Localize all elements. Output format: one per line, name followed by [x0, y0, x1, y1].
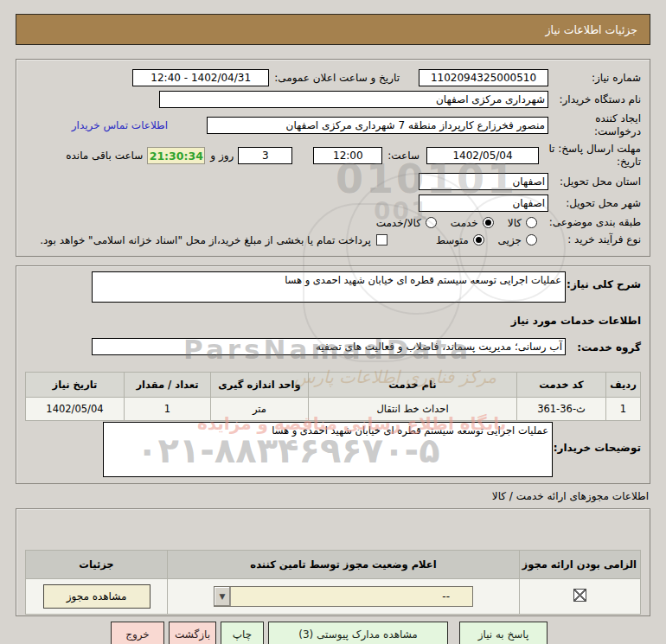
col-need-date: تاریخ نیاز: [26, 373, 125, 398]
service-group-input[interactable]: آب رسانی؛ مدیریت پسماند، فاضلاب و فعالیت…: [92, 338, 566, 355]
category-option-service-label: خدمت: [451, 217, 478, 229]
service-table-row: 1 ث-36-361 احداث خط انتقال متر 1 1402/05…: [26, 398, 641, 421]
need-description-textarea[interactable]: عملیات اجرایی توسعه سیستم قطره ای خیابان…: [92, 271, 566, 303]
radio-icon[interactable]: [526, 234, 537, 245]
exit-button[interactable]: خروج: [111, 622, 164, 644]
col-service-name: نام خدمت: [309, 373, 517, 398]
footer-button-bar: پاسخ به نیاز مشاهده مدارک پیوستی (3) چاپ…: [111, 622, 548, 644]
category-option-goods-service[interactable]: کالا/خدمت: [376, 217, 437, 229]
delivery-province-input[interactable]: اصفهان: [419, 173, 548, 190]
category-option-service[interactable]: خدمت: [451, 217, 494, 229]
delivery-province-label: استان محل تحویل:: [548, 175, 641, 188]
col-service-code: کد خدمت: [517, 373, 606, 398]
delivery-city-row: شهر محل تحویل: اصفهان: [25, 194, 641, 212]
request-creator-input[interactable]: منصور فخرزارع کارپرداز منطقه 7 شهرداری م…: [207, 117, 548, 134]
services-panel: شرح کلی نیاز: عملیات اجرایی توسعه سیستم …: [16, 265, 650, 484]
need-details-page: { "colors": { "page_bg": "#d7d4cf", "tit…: [0, 0, 666, 644]
permits-header-row: الزامی بودن ارائه مجوز اعلام وضعیت مجوز …: [26, 551, 641, 579]
col-unit: واحد اندازه گیری: [211, 373, 309, 398]
need-number-row: شماره نیاز: 1102094325000510 تاریخ و ساع…: [25, 69, 641, 86]
process-type-row: نوع فرآیند خرید : جزیی متوسط پرداخت تمام…: [25, 233, 641, 246]
countdown-label: ساعت باقی مانده: [66, 150, 143, 162]
delivery-city-input[interactable]: اصفهان: [419, 194, 548, 212]
col-permit-details: جزئیات: [26, 551, 168, 579]
cell-unit: متر: [211, 398, 309, 421]
col-quantity: تعداد / مقدار: [125, 373, 211, 398]
process-option-minor[interactable]: جزیی: [498, 234, 537, 246]
buyer-org-row: نام دستگاه خریدار: شهرداری مرکزی اصفهان: [25, 91, 641, 108]
service-items-table: ردیف کد خدمت نام خدمت واحد اندازه گیری ت…: [25, 372, 641, 421]
radio-icon[interactable]: [526, 217, 537, 228]
buyer-org-label: نام دستگاه خریدار:: [548, 93, 641, 106]
view-attachments-button[interactable]: مشاهده مدارک پیوستی (3): [268, 622, 448, 644]
deadline-row: مهلت ارسال پاسخ: تا تاریخ: 1402/05/04 سا…: [25, 143, 641, 169]
deadline-date-input[interactable]: 1402/05/04: [426, 147, 539, 164]
countdown-timer: 21:30:34: [147, 147, 205, 164]
remaining-days-label: روز و: [210, 150, 234, 162]
permit-status-cell: -- ▼: [168, 579, 520, 615]
category-option-goods[interactable]: کالا: [508, 217, 537, 229]
view-permit-button[interactable]: مشاهده مجوز: [43, 584, 150, 609]
radio-icon[interactable]: [426, 217, 437, 228]
buyer-notes-textarea[interactable]: عملیات اجرایی توسعه سیستم قطره ای خیابان…: [103, 422, 553, 477]
radio-selected-icon[interactable]: [473, 234, 484, 245]
respond-to-need-button[interactable]: پاسخ به نیاز: [459, 622, 548, 644]
category-option-goods-service-label: کالا/خدمت: [376, 217, 421, 229]
permit-required-checkbox[interactable]: [573, 589, 586, 602]
permit-status-select[interactable]: -- ▼: [214, 586, 473, 607]
permit-status-value: --: [231, 590, 472, 603]
process-type-label: نوع فرآیند خرید :: [537, 233, 641, 246]
delivery-province-row: استان محل تحویل: اصفهان: [25, 173, 641, 190]
permit-required-cell: [520, 579, 641, 615]
deadline-label: مهلت ارسال پاسخ: تا تاریخ:: [539, 143, 641, 169]
permits-section-title: اطلاعات مجوزهای ارائه خدمت / کالا: [492, 490, 649, 502]
buyer-notes-label: توضیحات خریدار:: [554, 442, 641, 454]
cell-need-date: 1402/05/04: [26, 398, 125, 421]
cell-quantity: 1: [125, 398, 211, 421]
treasury-checkbox[interactable]: [376, 234, 387, 245]
service-table-header-row: ردیف کد خدمت نام خدمت واحد اندازه گیری ت…: [26, 373, 641, 398]
announce-datetime-input[interactable]: 1402/04/31 - 12:40: [132, 69, 269, 86]
process-option-medium[interactable]: متوسط: [436, 234, 484, 246]
back-button[interactable]: بازگشت: [169, 622, 216, 644]
permit-details-cell: مشاهده مجوز: [26, 579, 168, 615]
chevron-down-icon[interactable]: ▼: [215, 587, 231, 606]
page-title-bar: جزئیات اطلاعات نیاز: [16, 14, 650, 45]
category-option-goods-label: کالا: [508, 217, 522, 229]
radio-selected-icon[interactable]: [483, 217, 494, 228]
request-creator-row: ایجاد کننده درخواست: منصور فخرزارع کارپر…: [25, 112, 641, 138]
services-section-title: اطلاعات خدمات مورد نیاز: [511, 315, 641, 327]
delivery-city-label: شهر محل تحویل:: [548, 197, 641, 210]
need-description-label: شرح کلی نیاز:: [567, 278, 641, 290]
permits-data-row: -- ▼ مشاهده مجوز: [26, 579, 641, 615]
process-option-minor-label: جزیی: [498, 234, 522, 246]
deadline-hour-input[interactable]: 12:00: [313, 147, 382, 164]
process-option-medium-label: متوسط: [436, 234, 469, 246]
buyer-org-input[interactable]: شهرداری مرکزی اصفهان: [159, 91, 548, 108]
remaining-days-input[interactable]: 3: [238, 147, 292, 164]
cell-row-number: 1: [606, 398, 641, 421]
col-row-number: ردیف: [606, 373, 641, 398]
general-info-panel: شماره نیاز: 1102094325000510 تاریخ و ساع…: [16, 59, 650, 257]
print-button[interactable]: چاپ: [221, 622, 264, 644]
permits-panel: الزامی بودن ارائه مجوز اعلام وضعیت مجوز …: [16, 508, 650, 616]
service-group-label: گروه خدمت:: [577, 341, 641, 354]
subject-category-label: طبقه بندی موضوعی:: [537, 216, 641, 229]
deadline-hour-label: ساعت:: [387, 150, 419, 162]
need-number-label: شماره نیاز:: [548, 72, 641, 85]
buyer-contact-link[interactable]: اطلاعات تماس خریدار: [72, 119, 168, 131]
permits-table: الزامی بودن ارائه مجوز اعلام وضعیت مجوز …: [25, 550, 641, 615]
cell-service-code: ث-36-361: [517, 398, 606, 421]
subject-category-row: طبقه بندی موضوعی: کالا خدمت کالا/خدمت: [25, 216, 641, 229]
announce-datetime-label: تاریخ و ساعت اعلان عمومی:: [274, 72, 400, 84]
col-permit-required: الزامی بودن ارائه مجوز: [520, 551, 641, 579]
need-number-input[interactable]: 1102094325000510: [419, 69, 548, 86]
request-creator-label: ایجاد کننده درخواست:: [548, 112, 641, 138]
page-title: جزئیات اطلاعات نیاز: [546, 23, 637, 36]
col-permit-status: اعلام وضعیت مجوز توسط تامین کننده: [168, 551, 520, 579]
treasury-checkbox-label: پرداخت تمام یا بخشی از مبلغ خرید،از محل …: [40, 234, 371, 246]
cell-service-name: احداث خط انتقال: [309, 398, 517, 421]
